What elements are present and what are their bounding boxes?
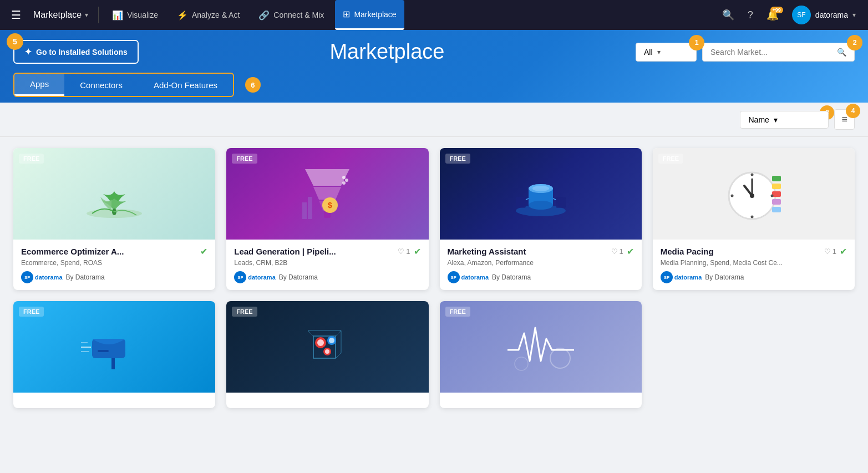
- card-pulse[interactable]: FREE: [440, 301, 642, 408]
- badge-5: 5: [7, 33, 23, 50]
- card-marketing-title: Marketing Assistant: [448, 247, 526, 256]
- sort-btn-wrap: 4 ≡: [834, 109, 855, 130]
- card-media-pacing-tags: Media Planning, Spend, Media Cost Ce...: [661, 259, 847, 267]
- visualize-icon: 📊: [112, 10, 123, 21]
- badge-4: 4: [846, 104, 860, 118]
- search-glass-icon: 🔍: [837, 48, 846, 57]
- card-lead-gen-like: ♡ 1: [398, 247, 410, 256]
- plant-illustration: [81, 166, 148, 222]
- gears-illustration: [300, 319, 355, 375]
- card-ecommerce-body: Ecommerce Optimizer A... ✔ Ecommerce, Sp…: [13, 240, 215, 290]
- card-marketing-like: ♡ 1: [611, 247, 623, 256]
- header-area: 5 ✦ Go to Installed Solutions Marketplac…: [0, 30, 868, 103]
- filter-value: All: [644, 48, 653, 57]
- datorama-logo-3: SF datorama: [448, 271, 489, 283]
- svg-marker-3: [313, 187, 341, 200]
- nav-separator: [98, 7, 99, 23]
- svg-point-11: [345, 179, 348, 182]
- svg-rect-30: [772, 199, 781, 205]
- page-title: Marketplace: [148, 40, 627, 64]
- nav-item-connect[interactable]: 🔗 Connect & Mix: [251, 0, 332, 30]
- installed-solutions-button[interactable]: ✦ Go to Installed Solutions: [13, 40, 139, 64]
- notifications-button[interactable]: 🔔 +99: [761, 6, 784, 24]
- tab-connectors[interactable]: Connectors: [64, 75, 138, 95]
- sort-value: Name: [748, 115, 769, 124]
- svg-rect-27: [772, 176, 781, 181]
- card-ecommerce-author: SF datorama By Datorama: [21, 271, 207, 283]
- filter-dropdown[interactable]: All ▾: [636, 43, 697, 62]
- datorama-logo-2: SF datorama: [234, 271, 276, 283]
- svg-point-56: [550, 348, 570, 368]
- card-marketing-icons: ♡ 1 ✔: [611, 246, 634, 257]
- help-nav-button[interactable]: ?: [742, 6, 759, 24]
- card-media-pacing-author: SF datorama By Datorama: [661, 271, 847, 283]
- svg-text:$: $: [328, 201, 332, 210]
- card-media-pacing-body: Media Pacing ♡ 1 ✔ Media Planning, Spend…: [653, 240, 855, 290]
- svg-rect-31: [772, 207, 781, 212]
- svg-point-18: [532, 186, 549, 191]
- svg-point-57: [515, 357, 528, 370]
- card-email[interactable]: FREE: [13, 301, 215, 408]
- brand-chevron-icon: ▾: [85, 11, 88, 19]
- search-box[interactable]: 🔍: [702, 43, 855, 62]
- search-nav-button[interactable]: 🔍: [717, 6, 740, 24]
- database-illustration: [510, 166, 571, 222]
- card-lead-gen-icons: ♡ 1 ✔: [398, 246, 420, 257]
- notification-badge: +99: [770, 7, 783, 13]
- card-ecommerce-title-row: Ecommerce Optimizer A... ✔: [21, 246, 207, 257]
- search-input[interactable]: [710, 48, 833, 57]
- connect-icon: 🔗: [258, 10, 270, 21]
- card-marketing[interactable]: FREE: [440, 148, 642, 290]
- card-media-pacing-icons: ♡ 1 ✔: [824, 246, 847, 257]
- svg-rect-19: [516, 197, 526, 208]
- card-media-pacing[interactable]: FREE: [653, 148, 855, 290]
- card-marketing-title-row: Marketing Assistant ♡ 1 ✔: [448, 246, 634, 257]
- mail-illustration: [81, 319, 148, 375]
- card-ecommerce[interactable]: FREE: [13, 148, 215, 290]
- user-menu[interactable]: SF datorama ▾: [786, 3, 861, 27]
- svg-line-45: [308, 330, 313, 336]
- salesforce-icon-2: SF: [234, 271, 246, 283]
- tab-apps[interactable]: Apps: [14, 74, 64, 96]
- filter-chevron-icon: ▾: [657, 48, 661, 56]
- svg-point-35: [770, 194, 773, 197]
- svg-point-51: [317, 339, 324, 346]
- card-lead-gen-author-name: By Datorama: [279, 273, 318, 281]
- card-media-pacing-image: FREE: [653, 148, 855, 240]
- card-media-pacing-check-icon: ✔: [840, 246, 847, 257]
- svg-line-21: [526, 199, 529, 200]
- card-email-badge: FREE: [19, 307, 44, 317]
- card-media-pacing-like: ♡ 1: [824, 247, 836, 256]
- svg-rect-20: [556, 197, 566, 208]
- hamburger-icon[interactable]: ☰: [7, 5, 26, 25]
- sort-chevron-icon: ▾: [774, 115, 778, 124]
- card-gears[interactable]: FREE: [226, 301, 428, 408]
- brand-label[interactable]: Marketplace ▾: [29, 10, 93, 20]
- visualize-label: Visualize: [127, 11, 158, 19]
- datorama-logo: SF datorama: [21, 271, 63, 283]
- salesforce-icon: SF: [21, 271, 33, 283]
- card-gears-body: [226, 393, 428, 408]
- nav-item-analyze[interactable]: ⚡ Analyze & Act: [169, 0, 247, 30]
- svg-point-16: [529, 201, 553, 210]
- card-marketing-badge: FREE: [445, 154, 470, 164]
- card-lead-gen-title: Lead Generation | Pipeli...: [234, 247, 336, 256]
- nav-item-marketplace[interactable]: ⊞ Marketplace: [335, 0, 404, 30]
- sort-bar: 3 Name ▾ 4 ≡: [0, 103, 868, 137]
- tab-addons[interactable]: Add-On Features: [138, 75, 233, 95]
- card-pulse-body: [440, 393, 642, 408]
- pulse-illustration: [507, 322, 574, 372]
- salesforce-icon-4: SF: [661, 271, 673, 283]
- brand-text: Marketplace: [33, 10, 82, 20]
- card-lead-gen-badge: FREE: [232, 154, 257, 164]
- nav-item-visualize[interactable]: 📊 Visualize: [104, 0, 166, 30]
- card-ecommerce-tags: Ecommerce, Spend, ROAS: [21, 259, 207, 267]
- salesforce-icon-3: SF: [448, 271, 460, 283]
- user-chevron-icon: ▾: [852, 11, 856, 19]
- installed-icon: ✦: [24, 47, 32, 57]
- svg-point-12: [342, 181, 346, 185]
- sort-dropdown[interactable]: Name ▾: [740, 111, 829, 129]
- badge-6: 6: [245, 77, 261, 93]
- card-lead-gen[interactable]: FREE $: [226, 148, 428, 290]
- avatar: SF: [792, 6, 811, 24]
